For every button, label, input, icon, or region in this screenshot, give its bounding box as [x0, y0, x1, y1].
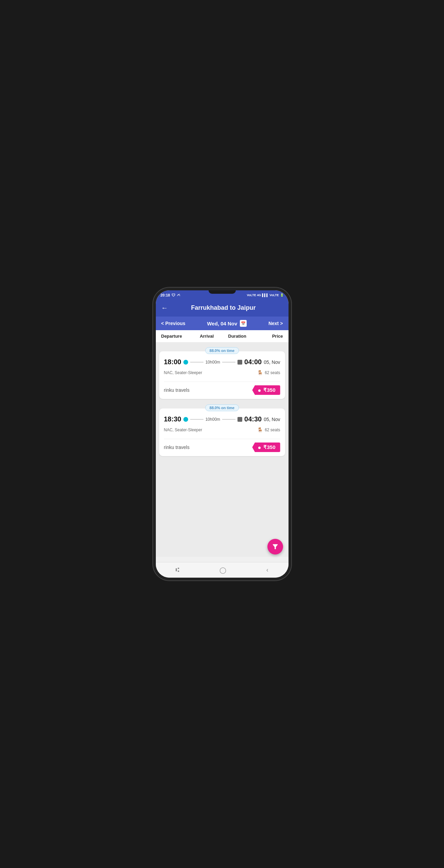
date-label: Wed, 04 Nov — [207, 321, 237, 326]
bottom-navigation: ⑆ ◯ ‹ — [156, 562, 289, 578]
card-footer: rinku travels ₹350 — [159, 439, 285, 456]
card-footer: rinku travels ₹350 — [159, 382, 285, 399]
route-line-left — [190, 419, 203, 420]
status-right: VoLTE 4G ▌▌▌ VoLTE 🔋 — [247, 293, 284, 297]
seat-icon: 🪑 — [257, 370, 263, 375]
phone-frame: 20:18 🛡 ↗\ VoLTE 4G ▌▌▌ VoLTE 🔋 ← Farruk… — [156, 290, 289, 578]
battery-icon: 🔋 — [280, 293, 284, 297]
results-list: 88.0% on time 18:00 10h00m 04:00 05, Nov… — [156, 342, 289, 557]
arrival-date: 05, Nov — [264, 359, 280, 365]
card-body: 18:30 10h00m 04:30 05, Nov NAC, Seater-S… — [159, 408, 285, 439]
amenities-row: NAC, Seater-Sleeper 🪑 62 seats — [164, 426, 280, 435]
price-tag[interactable]: ₹350 — [252, 443, 280, 452]
home-icon[interactable]: ◯ — [219, 566, 226, 574]
seat-icon: 🪑 — [257, 427, 263, 433]
seats-info: 🪑 62 seats — [257, 427, 280, 433]
price-value: ₹350 — [263, 387, 275, 393]
filter-icon — [272, 543, 279, 550]
date-navigation: < Previous Wed, 04 Nov 📅 Next > — [156, 317, 289, 330]
amenities-row: NAC, Seater-Sleeper 🪑 62 seats — [164, 369, 280, 378]
departure-time: 18:00 — [164, 358, 181, 366]
price-header: Price — [252, 334, 283, 339]
arrival-time: 04:30 — [244, 415, 262, 423]
next-button[interactable]: Next > — [268, 321, 283, 326]
amenities-text: NAC, Seater-Sleeper — [164, 428, 202, 432]
departure-dot — [183, 417, 188, 422]
duration-value: 10h00m — [205, 417, 220, 422]
app-header: ← Farrukhabad to Jaipur — [156, 300, 289, 317]
chevron-left-icon: < — [161, 321, 164, 326]
route-row: 18:00 10h00m 04:00 05, Nov — [164, 358, 280, 366]
arrival-icon — [237, 360, 242, 365]
on-time-badge: 88.0% on time — [205, 347, 239, 354]
arrival-icon — [237, 417, 242, 422]
status-left: 20:18 🛡 ↗\ — [161, 293, 180, 297]
amenities-text: NAC, Seater-Sleeper — [164, 370, 202, 375]
price-value: ₹350 — [263, 444, 275, 450]
next-label: Next — [268, 321, 279, 326]
duration-value: 10h00m — [205, 360, 220, 365]
status-time: 20:18 — [161, 293, 170, 297]
arrival-date: 05, Nov — [264, 417, 280, 422]
volte2-icon: VoLTE — [269, 293, 279, 297]
filter-fab-button[interactable] — [267, 539, 283, 554]
signal-icon: ▌▌▌ — [262, 293, 268, 297]
volte1-icon: VoLTE 4G — [247, 293, 261, 297]
card-body: 18:00 10h00m 04:00 05, Nov NAC, Seater-S… — [159, 351, 285, 382]
route-row: 18:30 10h00m 04:30 05, Nov — [164, 415, 280, 423]
chevron-right-icon: > — [280, 321, 283, 326]
departure-time: 18:30 — [164, 415, 181, 423]
previous-button[interactable]: < Previous — [161, 321, 185, 326]
page-title: Farrukhabad to Jaipur — [172, 304, 275, 311]
network-icon: ↗\ — [177, 293, 180, 297]
on-time-badge: 88.0% on time — [205, 404, 239, 411]
departure-dot — [183, 360, 188, 365]
back-button[interactable]: ← — [161, 304, 168, 312]
duration-header: Duration — [222, 334, 253, 339]
back-nav-icon[interactable]: ‹ — [266, 566, 268, 574]
operator-name: rinku travels — [164, 387, 190, 393]
arrival-time: 04:00 — [244, 358, 262, 366]
seats-count: 62 seats — [265, 370, 280, 375]
arrival-header: Arrival — [192, 334, 222, 339]
seats-count: 62 seats — [265, 428, 280, 432]
bus-card[interactable]: 88.0% on time 18:30 10h00m 04:30 05, Nov… — [159, 408, 285, 456]
previous-label: Previous — [165, 321, 185, 326]
route-line-right — [222, 419, 235, 420]
route-line-right — [222, 362, 235, 363]
recent-apps-icon[interactable]: ⑆ — [176, 566, 179, 574]
current-date: Wed, 04 Nov 📅 — [207, 320, 247, 327]
shield-icon: 🛡 — [171, 293, 175, 297]
price-dot — [258, 447, 261, 449]
route-line-left — [190, 362, 203, 363]
price-tag[interactable]: ₹350 — [252, 385, 280, 395]
departure-header: Departure — [161, 334, 192, 339]
price-dot — [258, 389, 261, 392]
bus-card[interactable]: 88.0% on time 18:00 10h00m 04:00 05, Nov… — [159, 351, 285, 399]
column-headers: Departure Arrival Duration Price — [156, 330, 289, 342]
notch — [209, 290, 236, 294]
operator-name: rinku travels — [164, 445, 190, 450]
calendar-icon[interactable]: 📅 — [240, 320, 247, 327]
seats-info: 🪑 62 seats — [257, 370, 280, 375]
